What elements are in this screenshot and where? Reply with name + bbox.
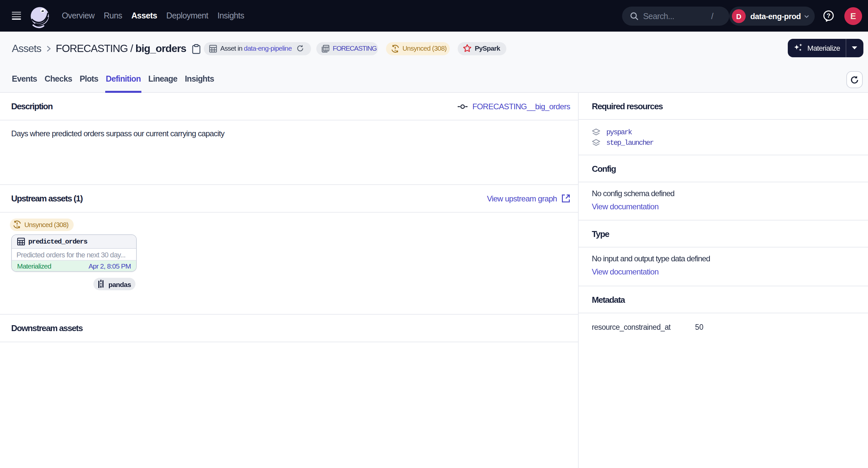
svg-text:?: ? <box>827 12 831 19</box>
